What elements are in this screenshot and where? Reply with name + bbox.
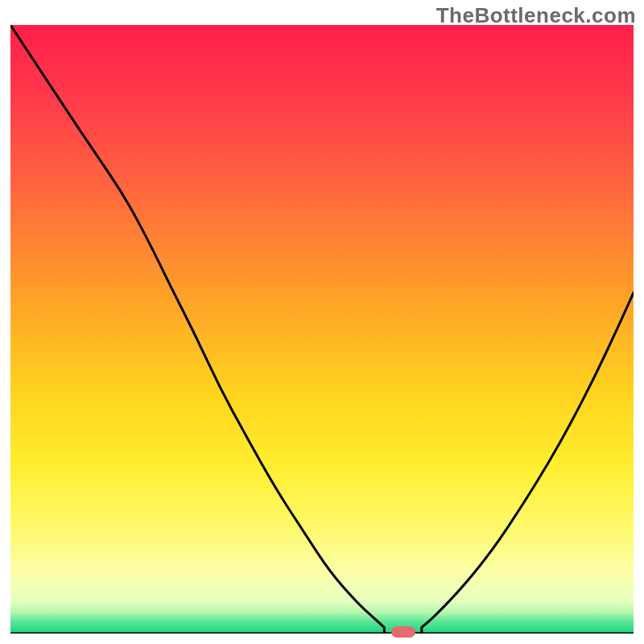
optimum-marker [391,626,415,638]
gradient-background [10,25,634,634]
chart-frame: TheBottleneck.com [0,0,644,644]
bottleneck-plot [10,25,634,634]
